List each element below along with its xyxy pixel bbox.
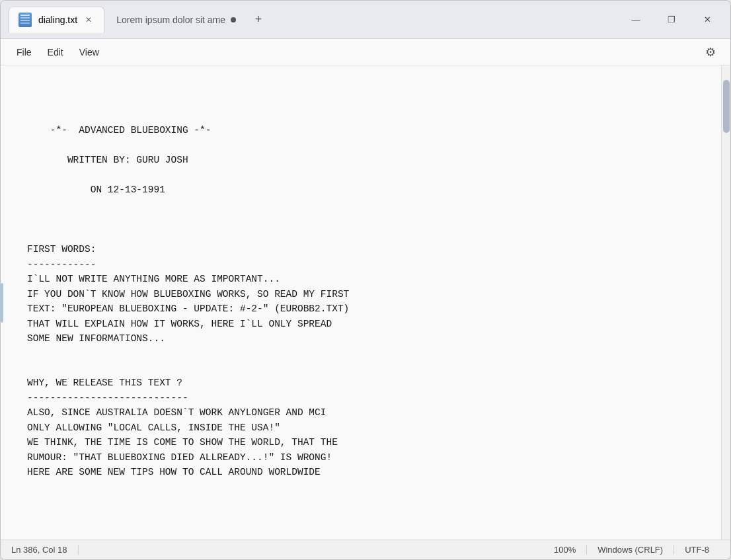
menu-view[interactable]: View (71, 43, 107, 61)
tab-unsaved-indicator (231, 17, 236, 22)
maximize-button[interactable]: ❐ (656, 9, 687, 30)
notepad-icon (19, 13, 32, 27)
close-button[interactable]: ✕ (692, 9, 722, 30)
menu-file[interactable]: File (9, 43, 40, 61)
settings-button[interactable]: ⚙ (699, 40, 722, 64)
encoding[interactable]: UTF-8 (674, 545, 720, 555)
add-tab-button[interactable]: + (248, 9, 269, 30)
editor-content[interactable]: -*- ADVANCED BLUEBOXING -*- WRITTEN BY: … (1, 65, 721, 540)
title-bar: dialing.txt ✕ Lorem ipsum dolor sit ame … (1, 1, 730, 39)
line-ending[interactable]: Windows (CRLF) (587, 545, 674, 555)
scrollbar[interactable] (721, 65, 730, 540)
main-window: dialing.txt ✕ Lorem ipsum dolor sit ame … (0, 0, 731, 560)
editor-area: -*- ADVANCED BLUEBOXING -*- WRITTEN BY: … (1, 65, 730, 540)
scroll-position-indicator (1, 283, 3, 323)
window-controls: — ❐ ✕ (621, 9, 722, 30)
minimize-button[interactable]: — (621, 9, 651, 30)
tab-lorem[interactable]: Lorem ipsum dolor sit ame (107, 7, 245, 33)
tab-strip: dialing.txt ✕ Lorem ipsum dolor sit ame … (9, 7, 269, 33)
menu-edit[interactable]: Edit (40, 43, 71, 61)
tab-lorem-label: Lorem ipsum dolor sit ame (116, 15, 225, 25)
cursor-position: Ln 386, Col 18 (11, 545, 79, 555)
tab-dialing-label: dialing.txt (38, 15, 77, 25)
tab-close-dialing[interactable]: ✕ (83, 14, 95, 26)
zoom-level[interactable]: 100% (543, 545, 587, 555)
status-bar: Ln 386, Col 18 100% Windows (CRLF) UTF-8 (1, 540, 730, 559)
menu-bar: File Edit View ⚙ (1, 39, 730, 65)
tab-dialing[interactable]: dialing.txt ✕ (9, 7, 104, 33)
scrollbar-thumb[interactable] (723, 80, 730, 133)
